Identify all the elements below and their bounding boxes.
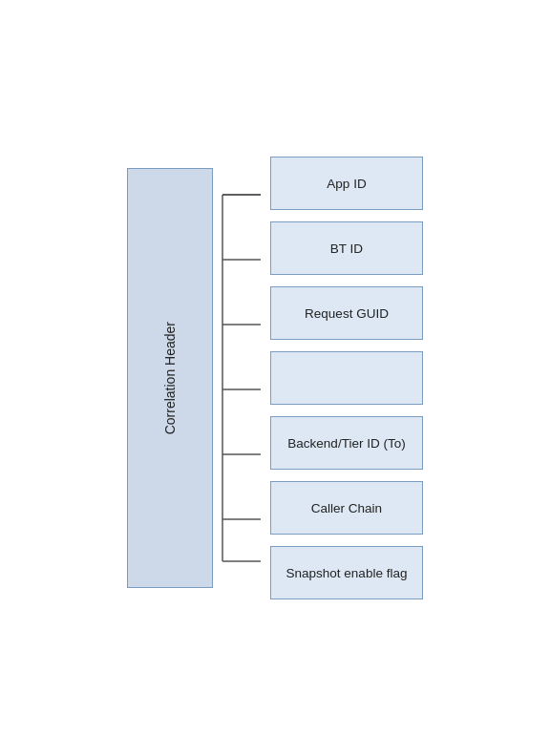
diagram: Correlation Header A xyxy=(127,157,423,599)
bracket-svg xyxy=(213,168,270,588)
right-boxes: App ID BT ID Request GUID Backend/Tier I… xyxy=(270,157,423,599)
bracket-area xyxy=(213,168,270,588)
item-label-bt-id: BT ID xyxy=(330,242,363,256)
item-box-request-guid: Request GUID xyxy=(270,286,423,340)
item-box-backend-tier-id: Backend/Tier ID (To) xyxy=(270,416,423,470)
item-box-caller-chain: Caller Chain xyxy=(270,481,423,535)
item-label-backend-tier-id: Backend/Tier ID (To) xyxy=(287,436,405,451)
item-label-app-id: App ID xyxy=(327,177,366,191)
item-box-app-id: App ID xyxy=(270,157,423,210)
main-box-label: Correlation Header xyxy=(162,322,178,434)
item-label-snapshot-flag: Snapshot enable flag xyxy=(286,566,408,580)
item-box-empty xyxy=(270,351,423,405)
item-label-caller-chain: Caller Chain xyxy=(311,501,382,515)
item-box-bt-id: BT ID xyxy=(270,221,423,275)
main-box: Correlation Header xyxy=(127,168,213,588)
item-label-request-guid: Request GUID xyxy=(305,306,389,321)
item-box-snapshot-flag: Snapshot enable flag xyxy=(270,546,423,599)
